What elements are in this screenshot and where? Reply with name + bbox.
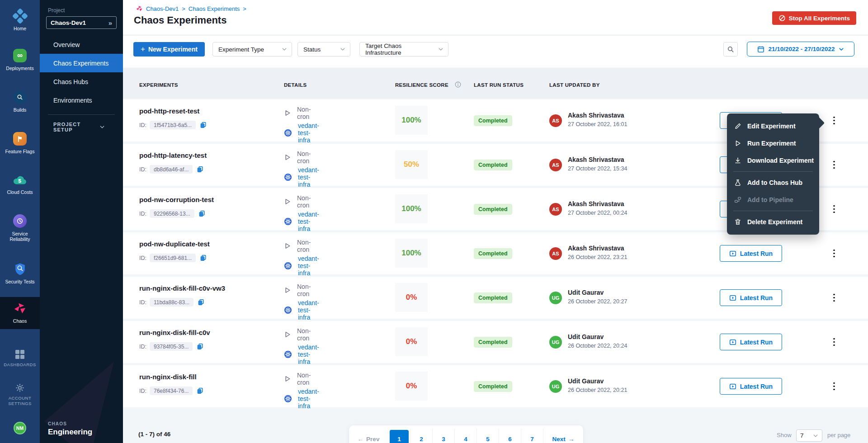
rail-item-service-reliability[interactable]: Service Reliability: [0, 214, 40, 242]
copy-id-icon[interactable]: [198, 210, 206, 217]
latest-run-button[interactable]: Latest Run: [720, 334, 782, 350]
latest-run-button[interactable]: Latest Run: [720, 289, 782, 306]
filter-target-infrastructure[interactable]: Target Chaos Infrastructure: [359, 42, 448, 57]
copy-id-icon[interactable]: [197, 343, 204, 350]
left-nav-rail: NM Home∞DeploymentsBuildsFeature Flags$C…: [0, 0, 40, 443]
project-selector[interactable]: Chaos-Dev1 »: [46, 16, 117, 29]
experiment-context-menu: Edit ExperimentRun ExperimentDownload Ex…: [727, 113, 819, 235]
infrastructure-link[interactable]: vedant-test-infra: [298, 211, 319, 232]
filter-status[interactable]: Status: [297, 42, 350, 57]
col-details: DETAILS: [284, 82, 307, 88]
date-range-picker[interactable]: 21/10/2022 - 27/10/2022: [747, 42, 854, 57]
page-button-3[interactable]: 3: [432, 429, 454, 443]
row-menu-kebab[interactable]: [828, 246, 840, 261]
prev-page-button[interactable]: Prev: [349, 429, 388, 443]
rail-item-deployments[interactable]: ∞Deployments: [0, 48, 40, 71]
user-avatar[interactable]: NM: [14, 422, 26, 434]
play-schedule-icon: [284, 242, 291, 250]
menu-item-edit-experiment[interactable]: Edit Experiment: [727, 118, 819, 135]
experiment-name-link[interactable]: run-nginx-disk-fill-c0v-vw3: [139, 284, 225, 292]
rail-item-cloud-costs[interactable]: $Cloud Costs: [0, 172, 40, 195]
new-experiment-button[interactable]: New Experiment: [133, 42, 205, 57]
id-label: ID:: [139, 344, 146, 350]
experiment-name-link[interactable]: pod-nw-duplicate-test: [139, 240, 210, 248]
hub-icon: [734, 179, 741, 186]
experiment-name-link[interactable]: pod-http-reset-test: [139, 107, 207, 115]
infrastructure-link[interactable]: vedant-test-infra: [298, 344, 319, 365]
kubernetes-icon: [284, 173, 292, 181]
row-menu-kebab[interactable]: [828, 202, 840, 217]
updated-at: 27 October 2022, 15:34: [568, 165, 627, 172]
resilience-score-info-icon[interactable]: [455, 81, 461, 88]
kubernetes-icon: [284, 350, 292, 358]
last-run-status-badge: Completed: [474, 248, 512, 259]
sidebar-item-chaos-experiments[interactable]: Chaos Experiments: [40, 54, 123, 72]
menu-item-add-to-chaos-hub[interactable]: Add to Chaos Hub: [727, 174, 819, 191]
avatar: UG: [549, 380, 562, 393]
page-button-7[interactable]: 7: [521, 429, 543, 443]
copy-id-icon[interactable]: [200, 122, 207, 129]
row-menu-kebab[interactable]: [828, 113, 840, 128]
stop-all-experiments-button[interactable]: Stop All Experiments: [772, 11, 856, 25]
infrastructure-link[interactable]: vedant-test-infra: [298, 166, 319, 188]
experiment-name-link[interactable]: run-nginx-disk-fill-c0v: [139, 329, 210, 336]
last-run-status-badge: Completed: [474, 292, 512, 303]
latest-run-button[interactable]: Latest Run: [720, 245, 782, 262]
breadcrumb-project[interactable]: Chaos-Dev1: [146, 5, 179, 12]
page-button-6[interactable]: 6: [499, 429, 521, 443]
page-button-1[interactable]: 1: [389, 430, 409, 443]
infrastructure-link[interactable]: vedant-test-infra: [298, 388, 319, 410]
page-button-4[interactable]: 4: [454, 429, 476, 443]
row-menu-kebab[interactable]: [828, 157, 840, 172]
copy-id-icon[interactable]: [197, 166, 204, 173]
infrastructure-link[interactable]: vedant-test-infra: [298, 299, 319, 321]
latest-run-button[interactable]: Latest Run: [720, 378, 782, 395]
experiment-id-value: 92296568-13...: [150, 209, 194, 218]
rail-item-account-settings[interactable]: ACCOUNT SETTINGS: [0, 382, 40, 406]
breadcrumb-page[interactable]: Chaos Experiments: [189, 5, 240, 12]
sidebar-item-chaos-hubs[interactable]: Chaos Hubs: [40, 72, 123, 91]
menu-item-run-experiment[interactable]: Run Experiment: [727, 135, 819, 152]
infrastructure-link[interactable]: vedant-test-infra: [298, 255, 319, 277]
chaos-icon: [0, 301, 40, 316]
resilience-score: 50%: [395, 150, 428, 179]
sidebar-item-overview[interactable]: Overview: [40, 35, 123, 54]
home-icon: [0, 9, 40, 23]
rail-item-chaos[interactable]: Chaos: [0, 297, 40, 329]
row-menu-kebab[interactable]: [828, 290, 840, 305]
infrastructure-link[interactable]: vedant-test-infra: [298, 122, 319, 144]
page-button-2[interactable]: 2: [410, 429, 432, 443]
experiment-id-value: 1f5471b3-6a5...: [150, 121, 196, 129]
copy-id-icon[interactable]: [197, 387, 204, 395]
kubernetes-icon: [284, 306, 292, 314]
rail-item-home[interactable]: Home: [0, 9, 40, 31]
filter-experiment-type[interactable]: Experiment Type: [212, 42, 292, 57]
page-size-select[interactable]: 7: [796, 429, 822, 442]
sidebar-item-environments[interactable]: Environments: [40, 91, 123, 109]
copy-id-icon[interactable]: [198, 299, 205, 306]
rail-item-feature-flags[interactable]: Feature Flags: [0, 132, 40, 154]
service-reliability-icon: [0, 214, 40, 228]
per-page-label: per page: [827, 432, 850, 438]
next-page-button[interactable]: Next: [543, 429, 583, 443]
project-setup-toggle[interactable]: PROJECT SETUP: [40, 120, 123, 134]
play-schedule-icon: [284, 154, 291, 161]
row-menu-kebab[interactable]: [828, 335, 840, 349]
menu-item-delete-experiment[interactable]: Delete Experiment: [727, 213, 819, 231]
experiment-name-link[interactable]: pod-nw-corruption-test: [139, 196, 214, 203]
experiment-name-link[interactable]: pod-http-latency-test: [139, 151, 207, 159]
menu-item-download-experiment[interactable]: Download Experiment: [727, 152, 819, 169]
resilience-score: 100%: [395, 239, 428, 268]
rail-item-builds[interactable]: Builds: [0, 90, 40, 113]
row-menu-kebab[interactable]: [828, 379, 840, 394]
updated-at: 27 October 2022, 16:01: [568, 121, 627, 127]
chaos-module-icon: [136, 5, 143, 12]
resilience-score: 100%: [395, 194, 428, 223]
experiment-name-link[interactable]: run-nginx-disk-fill: [139, 373, 204, 381]
search-button[interactable]: [723, 42, 738, 57]
rail-item-security-tests[interactable]: Security Tests: [0, 262, 40, 284]
col-last-updated-by: LAST UPDATED BY: [549, 82, 600, 88]
copy-id-icon[interactable]: [200, 254, 207, 262]
rail-item-dashboards[interactable]: DASHBOARDS: [0, 349, 40, 368]
page-button-5[interactable]: 5: [476, 429, 499, 443]
